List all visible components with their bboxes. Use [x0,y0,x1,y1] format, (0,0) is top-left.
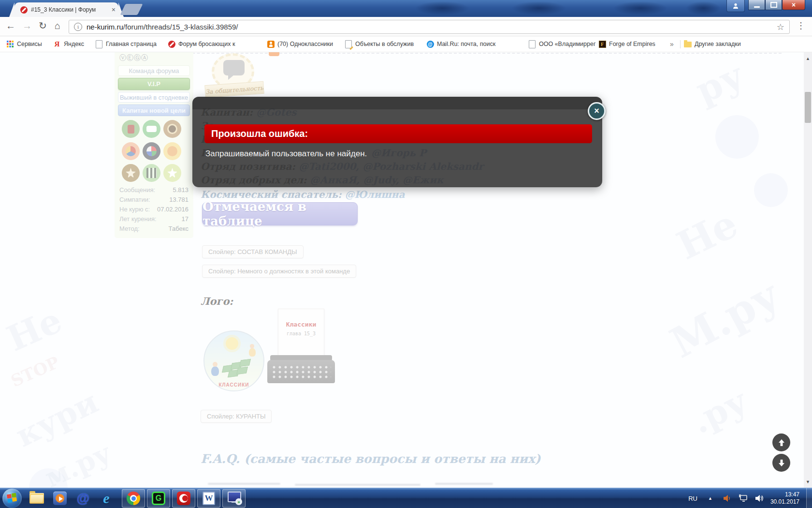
titlebar-glass-blob [416,1,469,15]
browser-menu-button[interactable]: ⋮ [797,20,805,31]
mailru-agent-icon: @ [77,491,89,506]
maximize-icon [770,2,777,8]
error-dialog: Произошла ошибка: Запрашиваемый пользова… [192,97,602,187]
window-maximize-button[interactable] [765,0,782,10]
language-indicator[interactable]: RU [688,495,697,502]
no-smoking-icon [168,41,175,48]
taskbar-mailru-agent-button[interactable]: @ [72,489,95,508]
window-close-button[interactable]: × [782,0,805,10]
taskbar: @ e G W » RU ▲ 13:47 30.01.2017 [0,488,812,508]
other-bookmarks-label: Другие закладки [695,41,741,47]
document-pencil-icon [345,40,352,48]
taskbar-green-g-app-button[interactable]: G [147,489,170,508]
titlebar-glass-blob [614,1,667,15]
browser-tab[interactable]: #15_3 Классики | Форум × [14,2,118,17]
explorer-folder-icon [29,493,44,504]
scrollbar-up-arrow[interactable]: ▲ [804,54,812,62]
bookmark-label: Яндекс [64,41,84,47]
show-desktop-button[interactable] [806,488,812,508]
bookmarks-divider [680,40,681,48]
bookmark-label: Главная страница [106,41,157,47]
bookmark-yandex[interactable]: Я Яндекс [53,39,84,49]
close-icon: × [792,1,796,8]
taskbar-mediaplayer-button[interactable] [48,489,72,508]
bookmark-label: Объекты в обслужив [355,41,414,47]
scrollbar-down-arrow[interactable]: ▼ [804,478,812,486]
clock-date: 30.01.2017 [770,498,799,506]
minimize-icon [754,6,760,8]
taskbar-ie-button[interactable]: e [95,489,118,508]
windows-logo-icon [7,493,17,503]
mailru-at-icon: @ [427,41,434,48]
page-icon [529,40,536,48]
odnoklassniki-icon [267,41,275,48]
window-minimize-button[interactable] [748,0,765,10]
url-host: ne-kurim.ru [87,23,123,31]
bookmark-label: Форум бросающих к [178,41,235,47]
taskbar-remote-desktop-button[interactable]: » [222,489,246,508]
page-info-icon[interactable]: i [74,23,82,31]
folder-icon [684,42,692,47]
titlebar-glass-blob [512,1,566,15]
media-player-icon [53,492,67,505]
profile-button[interactable] [726,0,745,12]
site-favicon-icon [20,6,28,14]
bookmarks-bar: Сервисы Я Яндекс Главная страница Форум … [0,36,812,52]
start-button[interactable] [2,489,22,508]
url-text: ne-kurim.ru/forum/threads/15_3-klassiki.… [87,23,773,31]
bookmark-label: Forge of Empires [609,41,655,47]
taskbar-explorer-button[interactable] [25,489,48,508]
error-message: Запрашиваемый пользователь не найден. [205,149,367,159]
forge-icon: F [599,41,606,48]
bookmark-label: Сервисы [17,41,42,47]
network-icon[interactable] [739,494,748,502]
volume-icon[interactable] [755,494,764,502]
yandex-icon: Я [53,40,61,48]
taskbar-red-c-app-button[interactable] [172,489,195,508]
tab-title: #15_3 Классики | Форум [31,6,110,13]
clock-time: 13:47 [770,491,799,498]
forward-button[interactable]: → [22,20,32,31]
page-viewport: ру Не М.ру .ру Не STOP кури м.ру ⓋⒺⒼⒶ Ко… [0,52,804,488]
bookmark-services[interactable]: Сервисы [6,39,42,49]
tab-close-icon[interactable]: × [112,6,116,13]
address-bar[interactable]: i ne-kurim.ru/forum/threads/15_3-klassik… [69,20,790,34]
scrollbar-thumb[interactable] [805,92,811,123]
taskbar-chrome-button[interactable] [122,489,145,508]
scroll-to-top-button[interactable] [772,433,790,451]
bookmark-label: ООО «Владимиррег [539,41,595,47]
bookmark-objects[interactable]: Объекты в обслужив [345,39,414,49]
taskbar-clock[interactable]: 13:47 30.01.2017 [770,491,799,506]
bookmark-label: (70) Одноклассники [277,41,333,47]
bookmark-mailru[interactable]: @ Mail.Ru: почта, поиск [426,39,495,49]
bookmark-forum[interactable]: Форум бросающих к [168,39,235,49]
titlebar-glass-blob [686,1,720,15]
bookmark-ooo-vladimir[interactable]: ООО «Владимиррег [528,39,595,49]
bookmarks-overflow-button[interactable]: » [670,39,674,49]
scroll-to-bottom-button[interactable] [772,454,790,472]
bookmark-odnoklassniki[interactable]: (70) Одноклассники [267,39,333,49]
browser-titlebar: #15_3 Классики | Форум × × [0,0,812,17]
person-icon [732,2,739,9]
reload-button[interactable]: ↻ [39,20,47,31]
remote-desktop-icon: » [227,492,241,505]
error-title-banner: Произошла ошибка: [204,124,592,143]
tray-expand-icon[interactable]: ▲ [708,496,712,501]
arrow-down-icon [777,458,786,468]
volume-muted-icon[interactable] [723,494,732,502]
bookmark-forge-of-empires[interactable]: F Forge of Empires [598,39,655,49]
remote-arrows-icon: » [235,498,242,505]
page-scrollbar[interactable]: ▲ ▼ [804,52,812,488]
green-g-app-icon: G [152,492,165,505]
dialog-close-button[interactable]: × [588,102,606,120]
bookmark-homepage[interactable]: Главная страница [95,39,157,49]
home-button[interactable]: ⌂ [55,20,60,31]
bookmark-star-icon[interactable]: ☆ [777,22,784,32]
chrome-icon [127,492,140,505]
red-c-app-icon [177,492,190,505]
taskbar-word-button[interactable]: W [197,489,220,508]
back-button[interactable]: ← [6,20,15,31]
word-icon: W [203,492,215,505]
other-bookmarks-button[interactable]: Другие закладки [684,39,741,49]
system-tray: RU ▲ 13:47 30.01.2017 [688,488,812,508]
